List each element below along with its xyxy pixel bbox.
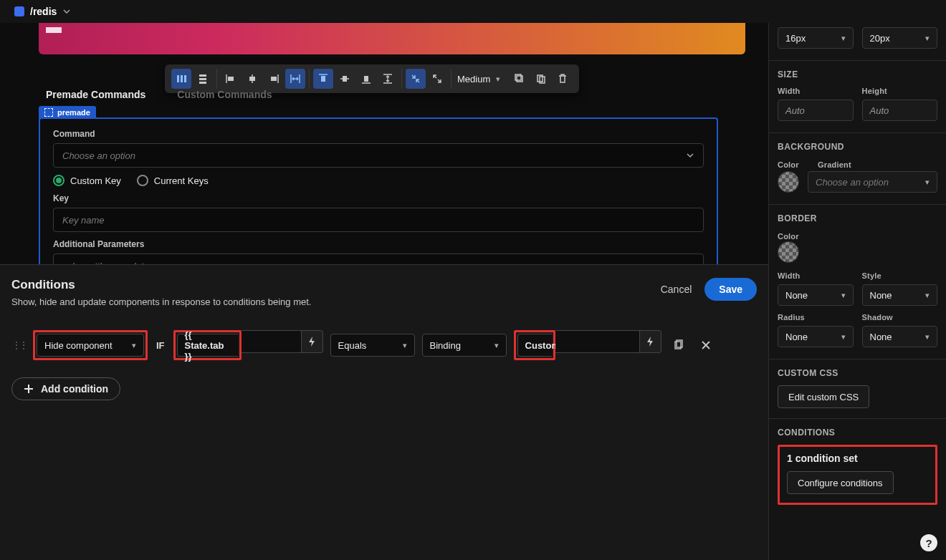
- breadcrumb[interactable]: /redis: [30, 6, 57, 17]
- chevron-down-icon: ▾: [925, 34, 930, 43]
- v-align-top-icon[interactable]: [313, 69, 333, 89]
- v-align-stretch-icon[interactable]: [378, 69, 398, 89]
- grow-icon[interactable]: [427, 69, 447, 89]
- radio-custom-key[interactable]: Custom Key: [53, 175, 121, 186]
- height-placeholder: Auto: [870, 105, 889, 116]
- duplicate-icon[interactable]: [510, 69, 530, 89]
- binding-value: {{ State.tab }}: [185, 329, 231, 362]
- bg-gradient-select[interactable]: Choose an option ▾: [808, 171, 937, 193]
- lightning-icon[interactable]: [302, 330, 323, 353]
- shrink-icon[interactable]: [406, 69, 426, 89]
- highlight-conditions-summary: 1 condition set Configure conditions: [778, 445, 937, 505]
- h-align-left-icon[interactable]: [221, 69, 241, 89]
- condition-value-type-select[interactable]: Binding ▾: [422, 334, 507, 357]
- drag-handle-icon[interactable]: ⋮⋮: [11, 339, 26, 351]
- radio-label: Current Keys: [154, 175, 209, 186]
- app-logo: [46, 27, 62, 33]
- border-shadow-select[interactable]: None▾: [862, 326, 938, 347]
- lightning-icon[interactable]: [640, 330, 661, 353]
- width-label: Width: [778, 87, 854, 95]
- svg-rect-27: [515, 74, 521, 80]
- chevron-down-icon: [686, 151, 694, 160]
- background-heading: BACKGROUND: [778, 142, 937, 152]
- v-align-bottom-icon[interactable]: [356, 69, 376, 89]
- additional-params-input[interactable]: values, ttl, more data: [53, 254, 704, 264]
- border-style-select[interactable]: None▾: [862, 284, 938, 306]
- condition-value-input[interactable]: Custom: [517, 334, 552, 357]
- operator-value: Equals: [338, 340, 367, 351]
- duplicate-condition-icon[interactable]: [669, 335, 689, 355]
- configure-conditions-label: Configure conditions: [798, 478, 883, 488]
- tab-custom-commands[interactable]: Custom Commands: [177, 89, 272, 100]
- height-label: Height: [862, 87, 938, 95]
- border-width-select[interactable]: None▾: [778, 284, 854, 306]
- condition-action-select[interactable]: Hide component ▾: [37, 334, 144, 357]
- svg-rect-26: [517, 76, 522, 82]
- svg-rect-23: [364, 76, 368, 82]
- conditions-panel: Conditions Show, hide and update compone…: [0, 264, 768, 560]
- component-tag-label: premade: [57, 108, 90, 117]
- selected-component-outline[interactable]: Command Choose an option Custom Key Curr…: [39, 117, 718, 264]
- condition-count-text: 1 condition set: [787, 453, 928, 464]
- value-type-value: Binding: [430, 340, 461, 351]
- add-condition-label: Add condition: [41, 383, 108, 395]
- bg-color-swatch[interactable]: [778, 171, 799, 193]
- condition-operator-select[interactable]: Equals ▾: [330, 334, 415, 357]
- height-input[interactable]: Auto: [862, 100, 938, 121]
- chevron-down-icon[interactable]: [62, 7, 71, 16]
- tab-premade-commands[interactable]: Premade Commands: [46, 89, 145, 100]
- help-icon[interactable]: ?: [920, 534, 937, 551]
- copy-icon[interactable]: [531, 69, 551, 89]
- border-width-label: Width: [778, 271, 854, 280]
- svg-rect-15: [271, 77, 277, 81]
- edit-custom-css-button[interactable]: Edit custom CSS: [778, 385, 869, 408]
- key-input[interactable]: Key name: [53, 208, 704, 232]
- save-button[interactable]: Save: [704, 278, 757, 301]
- border-radius-select[interactable]: None▾: [778, 326, 854, 347]
- chevron-down-icon: ▾: [841, 291, 846, 300]
- h-align-center-icon[interactable]: [242, 69, 262, 89]
- container-icon: [44, 108, 53, 117]
- chevron-down-icon: ▾: [841, 332, 846, 342]
- remove-condition-icon[interactable]: [696, 335, 716, 355]
- border-style-label: Style: [862, 271, 938, 280]
- condition-binding-input[interactable]: {{ State.tab }}: [177, 334, 238, 357]
- direction-column-icon[interactable]: [193, 69, 213, 89]
- v-align-center-icon[interactable]: [335, 69, 355, 89]
- chevron-down-icon: ▾: [841, 34, 846, 43]
- settings-panel: premade 16px ▾ 20px ▾ SIZE Width Auto He…: [768, 0, 946, 560]
- command-placeholder: Choose an option: [62, 150, 135, 161]
- h-align-right-icon[interactable]: [264, 69, 284, 89]
- svg-rect-21: [343, 76, 347, 82]
- trash-icon[interactable]: [553, 69, 573, 89]
- radio-current-keys[interactable]: Current Keys: [137, 175, 209, 186]
- border-color-swatch[interactable]: [778, 241, 799, 263]
- bg-gradient-label: Gradient: [818, 160, 851, 169]
- configure-conditions-button[interactable]: Configure conditions: [787, 471, 894, 494]
- command-select[interactable]: Choose an option: [53, 143, 704, 168]
- add-condition-button[interactable]: Add condition: [11, 377, 120, 400]
- border-radius-label: Radius: [778, 313, 854, 322]
- border-color-label: Color: [778, 232, 799, 241]
- conditions-description: Show, hide and update components in resp…: [11, 296, 311, 307]
- size-preset-select[interactable]: Medium ▾: [452, 69, 506, 89]
- padding-v-value: 20px: [870, 33, 890, 44]
- plus-icon: [24, 384, 34, 394]
- conditions-title: Conditions: [11, 278, 311, 292]
- svg-rect-8: [199, 78, 206, 80]
- radio-checked-icon: [53, 175, 64, 186]
- padding-h-select[interactable]: 16px ▾: [778, 27, 854, 49]
- direction-row-icon[interactable]: [171, 69, 191, 89]
- edit-css-label: Edit custom CSS: [788, 392, 859, 402]
- border-heading: BORDER: [778, 213, 937, 223]
- padding-v-select[interactable]: 20px ▾: [862, 27, 938, 49]
- width-input[interactable]: Auto: [778, 100, 854, 121]
- cancel-button[interactable]: Cancel: [661, 284, 692, 295]
- radio-unchecked-icon: [137, 175, 148, 186]
- svg-rect-6: [184, 75, 186, 82]
- h-align-stretch-icon[interactable]: [285, 69, 305, 89]
- additional-params-label: Additional Parameters: [53, 239, 704, 249]
- chevron-down-icon: ▾: [403, 341, 407, 350]
- condition-action-value: Hide component: [44, 340, 113, 351]
- svg-rect-4: [177, 75, 179, 82]
